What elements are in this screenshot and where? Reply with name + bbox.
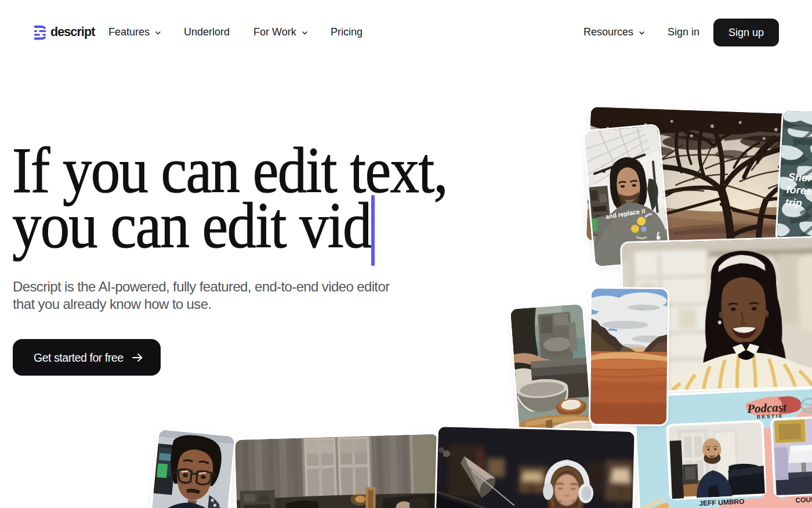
svg-text:forest: forest: [786, 183, 812, 197]
svg-text:Short: Short: [788, 171, 812, 184]
svg-text:trip: trip: [785, 196, 802, 208]
